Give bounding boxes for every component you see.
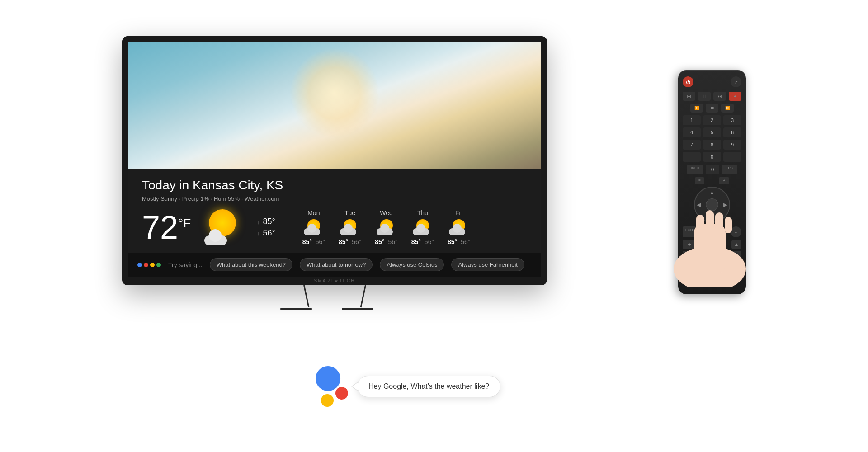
num-5[interactable]: 5 (703, 127, 721, 137)
google-dot-blue (137, 263, 142, 267)
info-epg-row: INFO 0 EPG (683, 165, 741, 174)
high-temp: ↑ 85° (257, 217, 275, 226)
num-blank-left (683, 152, 701, 162)
spacer (707, 177, 716, 184)
tv-stand (122, 285, 547, 310)
current-temperature: 72°F (142, 211, 191, 244)
assistant-bubble-area: Hey Google, What's the weather like? (307, 366, 500, 407)
forecast-temps-thu: 85° 56° (411, 238, 434, 245)
try-saying-label: Try saying... (168, 261, 203, 268)
prev-button[interactable]: ⏮ (683, 92, 695, 101)
forecast-cloud-fri (449, 228, 465, 235)
forecast-cloud-tue (340, 228, 356, 235)
forecast-cloud-wed (377, 228, 393, 235)
num-blank-right (723, 152, 741, 162)
weather-subtitle: Mostly Sunny · Precip 1% · Hum 55% · Wea… (142, 195, 527, 202)
remote-top-row: ⏻ ↗ (683, 76, 741, 87)
tv-brand-logo: SMART★TECH (128, 277, 541, 285)
google-dot-red (144, 263, 148, 267)
num-9[interactable]: 9 (723, 140, 741, 150)
forecast-icon-thu (413, 219, 433, 235)
assistant-red-circle (335, 387, 348, 400)
forecast-icon-fri (449, 219, 469, 235)
google-dot-green (156, 263, 161, 267)
svg-rect-5 (725, 217, 732, 233)
forecast-day-tue: Tue 85° 56° (339, 209, 361, 245)
tv-frame: Today in Kansas City, KS Mostly Sunny · … (122, 36, 547, 285)
svg-rect-3 (706, 210, 714, 231)
menu-button[interactable]: ≡ (695, 177, 704, 184)
share-button[interactable]: ↗ (731, 76, 741, 87)
power-button[interactable]: ⏻ (683, 76, 693, 87)
pause-button[interactable]: ⏸ (698, 92, 711, 101)
forecast-cloud-thu (413, 228, 429, 235)
info-button[interactable]: INFO (687, 165, 703, 174)
down-arrow-icon: ↓ (257, 230, 260, 237)
svg-rect-2 (696, 215, 704, 233)
chip-fahrenheit[interactable]: Always use Fahrenheit (451, 258, 524, 271)
forecast-day-wed: Wed 85° 56° (375, 209, 397, 245)
current-weather-icon (204, 209, 241, 245)
hi-lo-temps: ↑ 85° ↓ 56° (257, 217, 275, 238)
low-temp: ↓ 56° (257, 228, 275, 238)
stand-left (296, 285, 312, 310)
rewind-button[interactable]: ⏪ (690, 104, 703, 113)
forecast-temps-wed: 85° 56° (375, 238, 397, 245)
num-1[interactable]: 1 (683, 115, 701, 125)
tv-screen: Today in Kansas City, KS Mostly Sunny · … (128, 42, 541, 285)
weather-main-row: 72°F ↑ 85° ↓ (142, 209, 527, 245)
num-3[interactable]: 3 (723, 115, 741, 125)
record-button[interactable]: ● (729, 92, 741, 101)
num-4[interactable]: 4 (683, 127, 701, 137)
zero-button-2[interactable]: 0 (706, 165, 719, 174)
weather-background (128, 42, 541, 169)
day-label-tue: Tue (344, 209, 355, 217)
remote-control: ⏻ ↗ ⏮ ⏸ ⏭ ● ⏪ ⏹ ⏩ 1 2 3 4 5 6 7 8 9 0 (678, 70, 746, 294)
day-label-fri: Fri (455, 209, 462, 217)
next-button[interactable]: ⏭ (713, 92, 726, 101)
stand-base-left (280, 308, 312, 310)
playback-row-1: ⏮ ⏸ ⏭ ● (683, 92, 741, 101)
up-arrow-icon: ↑ (257, 218, 260, 226)
google-assistant-icon (307, 366, 348, 407)
forecast-day-fri: Fri 85° 56° (448, 209, 470, 245)
speech-bubble-text: Hey Google, What's the weather like? (368, 382, 489, 390)
chip-tomorrow[interactable]: What about tomorrow? (300, 258, 373, 271)
number-pad: 1 2 3 4 5 6 7 8 9 0 (683, 115, 741, 162)
speech-bubble: Hey Google, What's the weather like? (357, 376, 500, 397)
forecast-temps-fri: 85° 56° (448, 238, 470, 245)
forecast-icon-mon (304, 219, 324, 235)
assistant-blue-circle (316, 366, 340, 391)
num-8[interactable]: 8 (703, 140, 721, 150)
assistant-yellow-circle (321, 394, 334, 407)
hand-svg (660, 188, 760, 287)
num-0[interactable]: 0 (703, 152, 721, 162)
num-2[interactable]: 2 (703, 115, 721, 125)
stand-base-right (342, 308, 373, 310)
forecast-temps-tue: 85° 56° (339, 238, 361, 245)
forecast-row: Mon 85° 56° Tue (302, 209, 471, 245)
forecast-icon-tue (340, 219, 360, 235)
forecast-icon-wed (377, 219, 396, 235)
forecast-day-thu: Thu 85° 56° (411, 209, 434, 245)
fast-forward-button[interactable]: ⏩ (721, 104, 734, 113)
svg-rect-4 (715, 212, 723, 231)
cloud-icon (204, 235, 227, 245)
day-label-thu: Thu (417, 209, 428, 217)
chip-celsius[interactable]: Always use Celsius (380, 258, 444, 271)
day-label-mon: Mon (307, 209, 320, 217)
weather-info-panel: Today in Kansas City, KS Mostly Sunny · … (128, 169, 541, 253)
back-button[interactable]: ⤶ (719, 177, 729, 184)
google-dot-yellow (150, 263, 155, 267)
temp-unit: °F (178, 216, 191, 230)
stand-leg-right (360, 285, 366, 308)
chip-weekend[interactable]: What about this weekend? (210, 258, 292, 271)
num-7[interactable]: 7 (683, 140, 701, 150)
stop-button[interactable]: ⏹ (706, 104, 718, 113)
forecast-temps-mon: 85° 56° (302, 238, 325, 245)
forecast-cloud-mon (304, 228, 320, 235)
epg-button[interactable]: EPG (722, 165, 737, 174)
forecast-day-mon: Mon 85° 56° (302, 209, 325, 245)
num-6[interactable]: 6 (723, 127, 741, 137)
google-assistant-logo (137, 263, 161, 267)
